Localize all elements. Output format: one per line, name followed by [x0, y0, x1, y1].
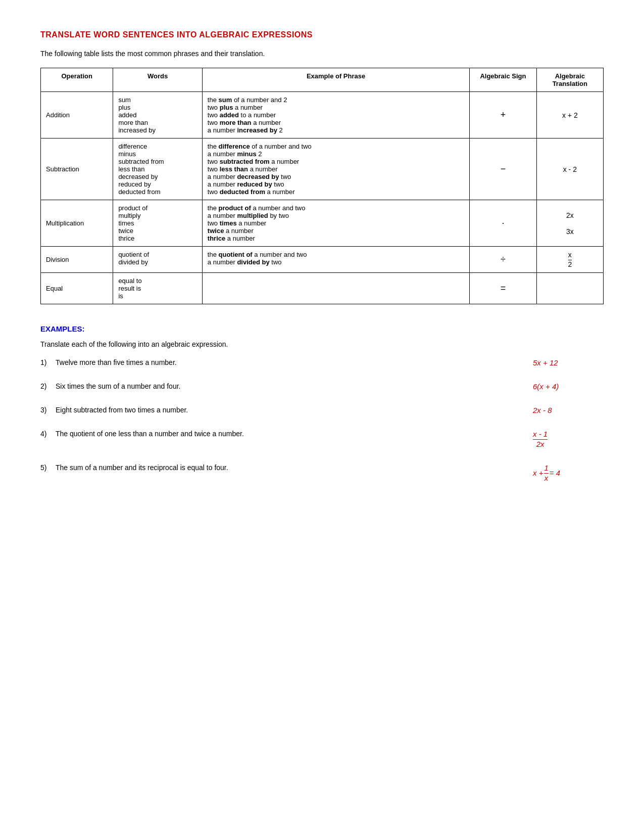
translation-division: x 2: [536, 247, 603, 273]
examples-title: EXAMPLES:: [40, 325, 604, 333]
col-header-operation: Operation: [41, 68, 113, 92]
example-4-answer: x - 1 2x: [513, 430, 604, 448]
col-header-words: Words: [113, 68, 202, 92]
operation-equal: Equal: [41, 273, 113, 304]
example-3: 3) Eight subtracted from two times a num…: [40, 406, 604, 414]
example-2-text: Six times the sum of a number and four.: [56, 382, 513, 390]
translation-equal: [536, 273, 603, 304]
example-1-text: Twelve more than five times a number.: [56, 358, 513, 366]
words-multiplication: product ofmultiplytimestwicethrice: [113, 200, 202, 247]
words-addition: sumplusaddedmore thanincreased by: [113, 92, 202, 138]
col-header-phrase: Example of Phrase: [202, 68, 469, 92]
col-header-sign: Algebraic Sign: [470, 68, 536, 92]
sign-equal: =: [470, 273, 536, 304]
table-row-subtraction: Subtraction differenceminussubtracted fr…: [41, 138, 604, 200]
table-row-addition: Addition sumplusaddedmore thanincreased …: [41, 92, 604, 138]
phrases-division: the quotient of a number and two a numbe…: [202, 247, 469, 273]
phrases-subtraction: the difference of a number and two a num…: [202, 138, 469, 200]
operation-division: Division: [41, 247, 113, 273]
example-3-text: Eight subtracted from two times a number…: [56, 406, 513, 414]
translation-multiplication: 2x3x: [536, 200, 603, 247]
example-3-answer: 2x - 8: [513, 406, 604, 414]
example-4-numerator: x - 1: [533, 430, 548, 440]
translation-addition: x + 2: [536, 92, 603, 138]
example-5-denominator: x: [544, 474, 549, 482]
intro-text: The following table lists the most commo…: [40, 50, 604, 58]
example-5-numerator: 1: [544, 464, 548, 474]
col-header-translation: Algebraic Translation: [536, 68, 603, 92]
example-2-num: 2): [40, 382, 56, 390]
sign-multiplication: ·: [470, 200, 536, 247]
example-5-prefix: x +: [533, 469, 543, 477]
example-3-num: 3): [40, 406, 56, 414]
operation-addition: Addition: [41, 92, 113, 138]
main-table: Operation Words Example of Phrase Algebr…: [40, 68, 604, 304]
example-4: 4) The quotient of one less than a numbe…: [40, 430, 604, 448]
table-row-equal: Equal equal toresult isis =: [41, 273, 604, 304]
phrases-multiplication: the product of a number and two a number…: [202, 200, 469, 247]
example-5-num: 5): [40, 464, 56, 472]
sign-addition: +: [470, 92, 536, 138]
words-equal: equal toresult isis: [113, 273, 202, 304]
example-4-text: The quotient of one less than a number a…: [56, 430, 513, 438]
translation-subtraction: x - 2: [536, 138, 603, 200]
example-4-denominator: 2x: [536, 440, 544, 448]
phrases-equal: [202, 273, 469, 304]
operation-multiplication: Multiplication: [41, 200, 113, 247]
sign-subtraction: −: [470, 138, 536, 200]
example-5-answer: x + 1 x = 4: [513, 464, 604, 482]
phrases-addition: the sum of a number and 2 two plus a num…: [202, 92, 469, 138]
example-5-text: The sum of a number and its reciprocal i…: [56, 464, 513, 472]
example-1: 1) Twelve more than five times a number.…: [40, 358, 604, 367]
example-5-suffix: = 4: [550, 469, 560, 477]
page-title: TRANSLATE WORD SENTENCES INTO ALGEBRAIC …: [40, 30, 604, 39]
example-5: 5) The sum of a number and its reciproca…: [40, 464, 604, 482]
example-2: 2) Six times the sum of a number and fou…: [40, 382, 604, 391]
example-1-answer: 5x + 12: [513, 358, 604, 367]
words-subtraction: differenceminussubtracted fromless thand…: [113, 138, 202, 200]
operation-subtraction: Subtraction: [41, 138, 113, 200]
example-1-num: 1): [40, 358, 56, 366]
example-4-num: 4): [40, 430, 56, 438]
table-row-multiplication: Multiplication product ofmultiplytimestw…: [41, 200, 604, 247]
example-5-fraction: 1 x: [544, 464, 548, 482]
sign-division: ÷: [470, 247, 536, 273]
examples-intro: Translate each of the following into an …: [40, 340, 604, 348]
words-division: quotient ofdivided by: [113, 247, 202, 273]
table-row-division: Division quotient ofdivided by the quoti…: [41, 247, 604, 273]
example-2-answer: 6(x + 4): [513, 382, 604, 391]
